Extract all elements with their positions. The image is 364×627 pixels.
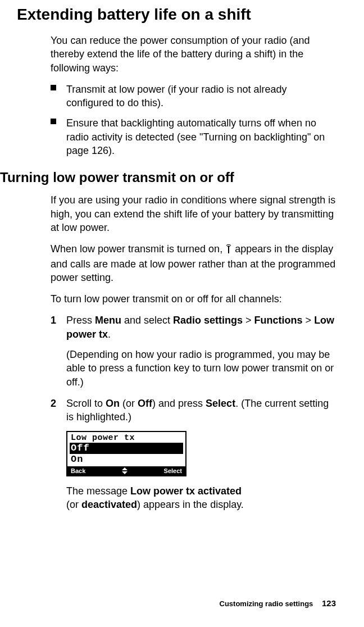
bullet-list: Transmit at low power (if your radio is … xyxy=(51,83,336,157)
page: Extending battery life on a shift You ca… xyxy=(0,0,364,627)
radio-softkey-bar: Back Select xyxy=(67,466,185,475)
paragraph: If you are using your radio in condition… xyxy=(51,193,336,234)
step-number: 1 xyxy=(51,313,56,327)
softkey-back: Back xyxy=(71,467,85,474)
radio-screen-title: Low power tx xyxy=(67,432,185,443)
text-run: > xyxy=(243,315,254,326)
message-activated: Low power tx activated xyxy=(130,485,242,497)
radio-option-on: On xyxy=(67,454,185,465)
option-on: On xyxy=(106,398,120,409)
list-item: Ensure that backlighting automatically t… xyxy=(51,116,336,157)
square-bullet-icon xyxy=(51,119,56,124)
result-paragraph: The message Low power tx activated (or d… xyxy=(66,484,336,512)
text-run: (or xyxy=(66,499,81,510)
list-item: 2 Scroll to On (or Off) and press Select… xyxy=(51,397,336,424)
footer-page-number: 123 xyxy=(322,598,336,608)
text-run: ) appears in the display. xyxy=(137,499,244,510)
text-run: Press xyxy=(66,315,95,326)
footer-section-title: Customizing radio settings xyxy=(220,599,313,608)
bullet-text: Ensure that backlighting automatically t… xyxy=(66,117,325,156)
menu-path-item: Radio settings xyxy=(173,315,243,326)
page-footer: Customizing radio settings 123 xyxy=(220,598,336,608)
scroll-arrows-icon xyxy=(122,467,128,474)
radio-option-off-selected: Off xyxy=(70,443,183,454)
low-power-antenna-icon xyxy=(225,243,232,257)
list-item: 1 Press Menu and select Radio settings >… xyxy=(51,313,336,341)
body-block-1: You can reduce the power consumption of … xyxy=(51,34,336,157)
text-run: When low power transmit is turned on, xyxy=(51,243,225,255)
list-item: Transmit at low power (if your radio is … xyxy=(51,83,336,110)
triangle-up-icon xyxy=(122,467,128,470)
ordered-list: 2 Scroll to On (or Off) and press Select… xyxy=(51,397,336,424)
text-run: and select xyxy=(121,315,173,326)
message-deactivated: deactivated xyxy=(81,499,137,510)
text-run: Scroll to xyxy=(66,398,106,409)
heading-low-power-transmit: Turning low power transmit on or off xyxy=(0,170,336,185)
softkey-select: Select xyxy=(164,467,182,474)
text-run: The message xyxy=(66,485,130,497)
option-off: Off xyxy=(138,398,152,409)
paragraph: When low power transmit is turned on, ap… xyxy=(51,242,336,284)
radio-display-illustration: Low power tx Off On Back Select xyxy=(66,431,186,476)
text-run: > xyxy=(303,315,315,326)
menu-label: Menu xyxy=(95,315,121,326)
menu-path-item: Functions xyxy=(254,315,303,326)
step-note: (Depending on how your radio is programm… xyxy=(66,348,336,389)
select-label: Select xyxy=(206,398,235,409)
paragraph: To turn low power transmit on or off for… xyxy=(51,292,336,306)
intro-paragraph: You can reduce the power consumption of … xyxy=(51,34,336,75)
ordered-list: 1 Press Menu and select Radio settings >… xyxy=(51,313,336,341)
body-block-2: If you are using your radio in condition… xyxy=(51,193,336,511)
triangle-down-icon xyxy=(122,471,128,474)
step-number: 2 xyxy=(51,397,56,410)
text-run: ) and press xyxy=(152,398,206,409)
heading-extending-battery: Extending battery life on a shift xyxy=(17,6,336,24)
text-run: (or xyxy=(120,398,138,409)
square-bullet-icon xyxy=(51,85,56,90)
bullet-text: Transmit at low power (if your radio is … xyxy=(66,84,286,108)
text-run: . xyxy=(108,329,111,340)
